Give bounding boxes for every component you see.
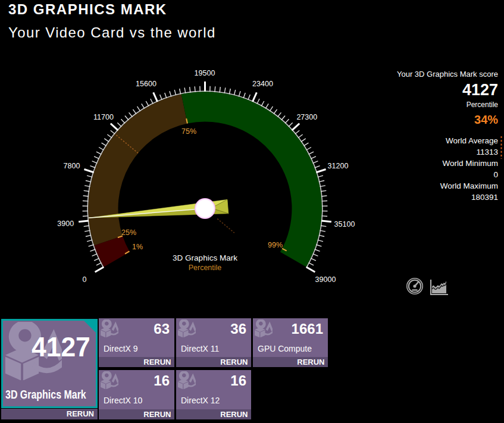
svg-text:99%: 99% bbox=[268, 241, 283, 249]
svg-text:3D Graphics Mark: 3D Graphics Mark bbox=[173, 253, 237, 262]
svg-text:7800: 7800 bbox=[64, 162, 80, 170]
svg-text:25%: 25% bbox=[121, 228, 136, 237]
svg-text:15600: 15600 bbox=[136, 80, 156, 88]
svg-text:35100: 35100 bbox=[334, 220, 355, 228]
svg-text:3900: 3900 bbox=[57, 220, 74, 228]
svg-text:11700: 11700 bbox=[93, 113, 114, 121]
svg-text:31200: 31200 bbox=[328, 162, 349, 170]
svg-text:75%: 75% bbox=[181, 127, 196, 136]
svg-text:27300: 27300 bbox=[296, 113, 317, 121]
svg-text:39000: 39000 bbox=[315, 275, 336, 284]
svg-text:23400: 23400 bbox=[252, 80, 273, 88]
svg-text:Percentile: Percentile bbox=[189, 264, 222, 272]
svg-text:0: 0 bbox=[83, 275, 87, 284]
svg-text:1%: 1% bbox=[132, 243, 143, 251]
svg-text:19500: 19500 bbox=[195, 69, 215, 77]
